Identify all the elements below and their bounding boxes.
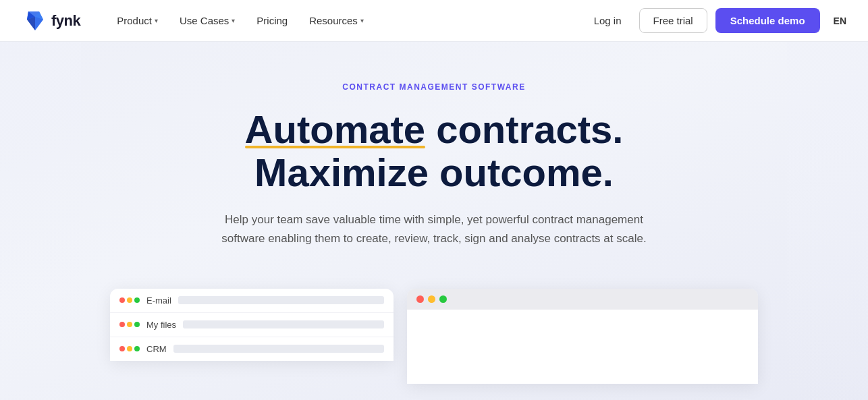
dot-green	[439, 295, 447, 303]
screenshot-body-right	[407, 310, 758, 384]
dot-yellow	[127, 346, 132, 351]
hero-headline: Automate contracts. Maximize outcome.	[245, 108, 624, 194]
nav-links: Product ▾ Use Cases ▾ Pricing Resources …	[107, 9, 584, 32]
crm-bar	[173, 345, 384, 353]
screenshot-card-right	[407, 289, 758, 384]
nav-actions: Log in Free trial Schedule demo EN	[585, 8, 846, 33]
dot-yellow	[127, 322, 132, 327]
dot-red	[119, 297, 125, 303]
myfiles-bar	[183, 320, 384, 328]
chevron-down-icon: ▾	[360, 17, 364, 24]
schedule-demo-button[interactable]: Schedule demo	[715, 8, 820, 33]
dots-group	[119, 322, 140, 327]
screenshot-card-left: E-mail My files CRM	[110, 289, 394, 361]
nav-item-resources[interactable]: Resources ▾	[300, 9, 373, 32]
crm-label: CRM	[146, 344, 167, 354]
hero-badge: CONTRACT MANAGEMENT SOFTWARE	[342, 82, 525, 92]
headline-contracts: contracts.	[436, 107, 623, 151]
dot-red	[416, 295, 424, 303]
hero-section: CONTRACT MANAGEMENT SOFTWARE Automate co…	[0, 42, 868, 400]
bg-right-decoration	[787, 42, 868, 400]
dot-yellow	[428, 295, 435, 303]
myfiles-label: My files	[146, 320, 176, 330]
hero-subtext: Help your team save valuable time with s…	[205, 210, 663, 248]
dot-green	[134, 322, 140, 327]
dot-green	[134, 297, 140, 303]
chevron-down-icon: ▾	[232, 17, 235, 24]
free-trial-button[interactable]: Free trial	[639, 8, 707, 33]
dots-group	[119, 346, 140, 351]
screenshot-email-row: E-mail	[110, 289, 394, 313]
screenshot-titlebar-right	[407, 289, 758, 310]
screenshots-row: E-mail My files CRM	[97, 289, 771, 384]
nav-item-pricing[interactable]: Pricing	[247, 9, 297, 32]
bg-left-decoration	[0, 42, 81, 400]
dots-group	[119, 297, 140, 303]
nav-item-usecases[interactable]: Use Cases ▾	[170, 9, 244, 32]
headline-automate: Automate	[245, 108, 425, 151]
dot-yellow	[127, 297, 132, 303]
login-button[interactable]: Log in	[585, 9, 631, 32]
chevron-down-icon: ▾	[155, 17, 158, 24]
email-label: E-mail	[146, 295, 171, 306]
dot-red	[119, 346, 125, 351]
logo-link[interactable]: fynk	[22, 9, 80, 33]
dot-red	[119, 322, 125, 327]
language-selector[interactable]: EN	[834, 16, 846, 26]
dot-green	[134, 346, 140, 351]
email-bar	[178, 296, 384, 304]
headline-line2: Maximize outcome.	[254, 150, 614, 194]
logo-icon	[22, 9, 46, 33]
navbar: fynk Product ▾ Use Cases ▾ Pricing Resou…	[0, 0, 868, 42]
nav-item-product[interactable]: Product ▾	[107, 9, 167, 32]
screenshot-crm-row: CRM	[110, 337, 394, 361]
screenshot-myfiles-row: My files	[110, 313, 394, 337]
logo-text: fynk	[51, 12, 80, 30]
